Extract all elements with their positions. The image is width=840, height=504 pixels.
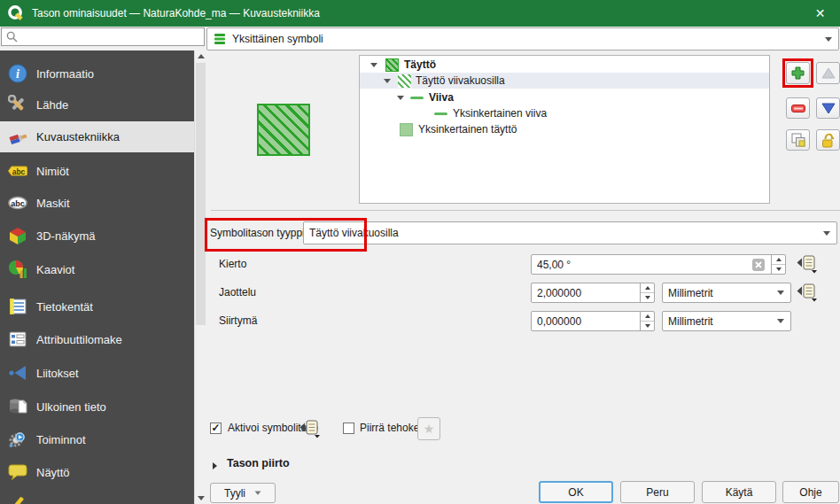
diagrams-pie-icon <box>7 259 28 280</box>
tree-row-simple-line[interactable]: Yksinkertainen viiva <box>360 105 769 121</box>
expander-icon[interactable] <box>384 79 391 83</box>
add-symbol-layer-button[interactable] <box>786 62 810 84</box>
renderer-combobox[interactable]: Yksittäinen symboli <box>206 27 839 50</box>
simple-line-icon <box>434 112 447 115</box>
help-button[interactable]: Ohje <box>782 481 839 503</box>
chevron-down-icon <box>777 319 784 323</box>
sidebar-item-kaaviot[interactable]: Kaaviot <box>0 255 194 283</box>
sidebar-item-partial[interactable] <box>0 491 194 504</box>
search-icon <box>6 31 18 43</box>
renderer-value: Yksittäinen symboli <box>232 33 323 45</box>
window-title: Tason ominaisuudet — NaturaKohde_ma — Ku… <box>32 7 320 19</box>
data-defined-override-icon[interactable] <box>795 283 818 302</box>
spinner-down-icon[interactable] <box>641 322 654 330</box>
sidebar: i Informaatio Lähde <box>0 50 194 504</box>
tree-row-simple-fill[interactable]: Yksinkertainen täyttö <box>360 121 769 137</box>
data-defined-override-icon[interactable] <box>795 254 818 274</box>
enable-symbol-layer-checkbox[interactable]: ✓ <box>210 423 222 434</box>
symbol-layer-tree: Täyttö Täyttö viivakuosilla Viiva Yksink… <box>359 55 770 204</box>
symbology-brush-icon <box>7 127 28 148</box>
lock-colors-button[interactable] <box>816 129 840 151</box>
spinner-up-icon[interactable] <box>641 283 654 293</box>
symbol-preview <box>257 104 310 156</box>
sidebar-item-toiminnot[interactable]: Toiminnot <box>0 425 194 454</box>
draw-effects-checkbox[interactable] <box>343 423 354 434</box>
expander-icon[interactable] <box>370 63 377 67</box>
offset-unit-combobox[interactable]: Millimetrit <box>662 311 791 331</box>
duplicate-icon <box>791 133 805 147</box>
scroll-down-icon[interactable] <box>195 492 206 504</box>
spacing-spinbox[interactable]: 2,000000 <box>531 283 655 303</box>
search-input[interactable] <box>21 29 204 44</box>
rotation-spinbox[interactable]: 45,00 ° <box>531 254 786 275</box>
svg-text:i: i <box>16 67 19 81</box>
ok-button[interactable]: OK <box>539 481 613 503</box>
chevron-down-icon <box>777 291 784 295</box>
move-up-button[interactable] <box>816 62 840 84</box>
apply-button[interactable]: Käytä <box>702 481 776 503</box>
sidebar-item-informaatio[interactable]: i Informaatio <box>0 59 194 88</box>
spacing-unit-combobox[interactable]: Millimetrit <box>662 283 791 303</box>
tree-row-fill[interactable]: Täyttö <box>360 57 769 73</box>
sidebar-item-3d-nakyma[interactable]: 3D-näkymä <box>0 221 194 250</box>
spinner-up-icon[interactable] <box>772 255 785 265</box>
tree-row-line[interactable]: Viiva <box>360 89 769 105</box>
data-defined-override-icon[interactable] <box>298 419 321 438</box>
spinner[interactable] <box>640 312 654 330</box>
style-menu-button[interactable]: Tyyli <box>210 483 276 503</box>
duplicate-symbol-layer-button[interactable] <box>786 129 810 151</box>
spinner-down-icon[interactable] <box>641 293 654 302</box>
spinner[interactable] <box>640 283 654 302</box>
layer-rendering-label[interactable]: Tason piirto <box>227 457 290 469</box>
sidebar-item-naytto[interactable]: Näyttö <box>0 458 194 486</box>
spinner-down-icon[interactable] <box>772 265 785 274</box>
scroll-up-icon[interactable] <box>195 50 206 62</box>
source-tools-icon <box>7 94 28 115</box>
masks-icon: abc <box>7 192 28 213</box>
spinner[interactable] <box>771 255 785 274</box>
sidebar-scrollbar[interactable] <box>194 50 206 504</box>
cancel-button[interactable]: Peru <box>620 481 695 503</box>
close-button[interactable]: ✕ <box>800 0 840 27</box>
symbol-layer-type-value: Täyttö viivakuosilla <box>309 227 399 239</box>
pencil-icon <box>7 494 28 504</box>
sidebar-item-kuvaustekniikka[interactable]: Kuvaustekniikka <box>0 121 194 152</box>
fill-hatch-icon <box>385 58 399 72</box>
expander-icon[interactable] <box>397 96 404 100</box>
remove-symbol-layer-button[interactable] <box>786 97 810 119</box>
sidebar-item-tietokentat[interactable]: Tietokentät <box>0 292 194 321</box>
move-down-icon <box>821 102 836 114</box>
attributes-form-icon <box>7 329 28 350</box>
remove-minus-icon <box>791 105 805 112</box>
tree-row-line-pattern-fill[interactable]: Täyttö viivakuosilla <box>360 73 769 89</box>
actions-gear-icon <box>7 429 28 450</box>
move-down-button[interactable] <box>816 97 840 119</box>
sidebar-item-maskit[interactable]: abc Maskit <box>0 189 194 217</box>
sidebar-item-attribuuttilomake[interactable]: Attribuuttilomake <box>0 325 194 353</box>
sidebar-item-liitokset[interactable]: Liitokset <box>0 359 194 387</box>
labels-tag-icon: abc <box>7 160 28 182</box>
sidebar-scrollbar-thumb[interactable] <box>196 63 206 325</box>
rotation-label: Kierto <box>219 254 246 274</box>
layer-rendering-expander-icon[interactable] <box>213 462 217 469</box>
sidebar-item-lahde[interactable]: Lähde <box>0 90 194 119</box>
spinner-up-icon[interactable] <box>641 312 654 322</box>
svg-text:abc: abc <box>12 167 26 176</box>
symbol-layer-type-label: Symbolitason tyyppi <box>210 222 305 244</box>
offset-unit-value: Millimetrit <box>668 315 713 328</box>
check-icon: ✓ <box>211 423 220 434</box>
close-icon: ✕ <box>815 6 826 20</box>
spacing-label: Jaottelu <box>219 283 256 303</box>
sidebar-item-nimiot[interactable]: abc Nimiöt <box>0 157 194 185</box>
effects-options-button[interactable]: ★ <box>417 417 440 440</box>
fields-table-icon <box>7 296 28 317</box>
layer-properties-dialog: Tason ominaisuudet — NaturaKohde_ma — Ku… <box>0 0 840 504</box>
move-up-icon <box>821 67 836 80</box>
clear-icon[interactable] <box>752 259 765 271</box>
info-icon: i <box>7 63 28 84</box>
3d-cube-icon <box>7 225 28 246</box>
sidebar-item-ulkoinen-tieto[interactable]: Ulkoinen tieto <box>0 392 194 421</box>
offset-spinbox[interactable]: 0,000000 <box>531 311 655 331</box>
auxiliary-storage-icon <box>7 396 28 417</box>
symbol-layer-type-combobox[interactable]: Täyttö viivakuosilla <box>303 221 837 244</box>
